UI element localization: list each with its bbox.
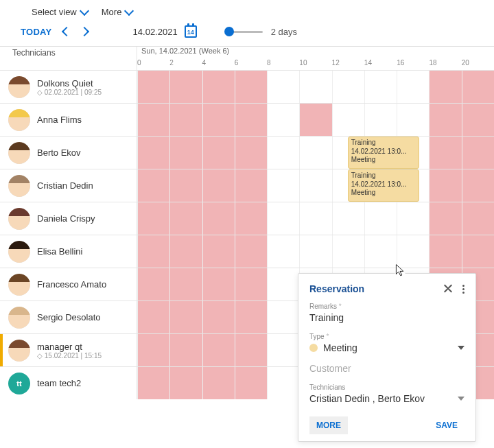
- today-button[interactable]: TODAY: [21, 27, 52, 37]
- customer-field[interactable]: Customer: [309, 363, 464, 374]
- reservation-event[interactable]: Training14.02.2021 13:0...Meeting: [348, 137, 419, 169]
- timeline-cell[interactable]: [364, 104, 397, 136]
- timeline-cell[interactable]: [202, 334, 235, 366]
- timeline-cell[interactable]: [235, 202, 267, 235]
- timeline-cell[interactable]: [299, 202, 331, 235]
- timeline-cell[interactable]: [137, 104, 169, 136]
- technician-cell[interactable]: Elisa Bellini: [0, 235, 137, 268]
- slider-thumb[interactable]: [224, 27, 234, 36]
- reservation-event[interactable]: Training14.02.2021 13:0...Meeting: [348, 169, 419, 202]
- calendar-icon[interactable]: 14: [185, 25, 197, 38]
- timeline-cell[interactable]: [364, 202, 397, 235]
- timeline-cell[interactable]: [202, 104, 235, 136]
- more-button[interactable]: MORE: [309, 416, 348, 434]
- timeline-cell[interactable]: [169, 104, 202, 136]
- timeline-cell[interactable]: [202, 268, 235, 300]
- timeline-cell[interactable]: [429, 104, 461, 136]
- timeline-cell[interactable]: [397, 104, 429, 136]
- timeline-row[interactable]: Training14.02.2021 13:0...Meeting: [137, 137, 494, 169]
- timeline-cell[interactable]: [332, 235, 364, 268]
- timeline-cell[interactable]: [137, 268, 169, 300]
- technician-cell[interactable]: ttteam tech2: [0, 367, 137, 399]
- timeline-cell[interactable]: [137, 301, 169, 333]
- timeline-cell[interactable]: [267, 367, 299, 399]
- timeline-cell[interactable]: [429, 71, 461, 103]
- timeline-cell[interactable]: [137, 202, 169, 235]
- timeline-cell[interactable]: [169, 235, 202, 268]
- timeline-cell[interactable]: [299, 235, 331, 268]
- timeline-cell[interactable]: [462, 104, 494, 136]
- timeline-cell[interactable]: [169, 202, 202, 235]
- timeline-cell[interactable]: [235, 104, 267, 136]
- timeline-cell[interactable]: [267, 169, 299, 202]
- type-field[interactable]: Type * Meeting: [309, 333, 464, 353]
- timeline-cell[interactable]: [267, 268, 299, 300]
- timeline-cell[interactable]: [169, 137, 202, 169]
- technician-cell[interactable]: Sergio Desolato: [0, 301, 137, 333]
- range-slider[interactable]: [228, 31, 263, 33]
- timeline-cell[interactable]: [462, 202, 494, 235]
- timeline-cell[interactable]: [397, 235, 429, 268]
- timeline-cell[interactable]: [397, 71, 429, 103]
- timeline-cell[interactable]: [299, 104, 331, 136]
- timeline-cell[interactable]: [235, 169, 267, 202]
- timeline-cell[interactable]: [299, 71, 331, 103]
- timeline-cell[interactable]: [137, 367, 169, 399]
- timeline-cell[interactable]: [299, 169, 331, 202]
- timeline-cell[interactable]: [429, 235, 461, 268]
- timeline-cell[interactable]: [462, 235, 494, 268]
- timeline-cell[interactable]: [235, 334, 267, 366]
- timeline-row[interactable]: [137, 104, 494, 136]
- timeline-cell[interactable]: [202, 137, 235, 169]
- timeline-cell[interactable]: [235, 235, 267, 268]
- next-arrow-icon[interactable]: [80, 27, 89, 36]
- technician-cell[interactable]: Anna Flims: [0, 104, 137, 136]
- timeline-cell[interactable]: [202, 169, 235, 202]
- technician-cell[interactable]: Cristian Dedin: [0, 169, 137, 202]
- timeline-row[interactable]: [137, 71, 494, 103]
- select-view-dropdown[interactable]: Select view: [32, 7, 88, 17]
- timeline-cell[interactable]: [429, 169, 461, 202]
- timeline-cell[interactable]: [299, 137, 331, 169]
- timeline-cell[interactable]: [235, 268, 267, 300]
- remarks-field[interactable]: Remarks * Training: [309, 303, 464, 323]
- save-button[interactable]: SAVE: [429, 416, 464, 434]
- technician-cell[interactable]: Berto Ekov: [0, 137, 137, 169]
- timeline-cell[interactable]: [202, 367, 235, 399]
- timeline-cell[interactable]: [397, 202, 429, 235]
- timeline-cell[interactable]: [462, 169, 494, 202]
- timeline-cell[interactable]: [267, 202, 299, 235]
- more-dropdown[interactable]: More: [102, 7, 133, 17]
- timeline-cell[interactable]: [235, 137, 267, 169]
- timeline-cell[interactable]: [202, 235, 235, 268]
- prev-arrow-icon[interactable]: [62, 27, 71, 36]
- timeline-cell[interactable]: [267, 334, 299, 366]
- timeline-cell[interactable]: [267, 104, 299, 136]
- timeline-cell[interactable]: [169, 71, 202, 103]
- close-icon[interactable]: [443, 284, 453, 294]
- timeline-cell[interactable]: [137, 137, 169, 169]
- timeline-row[interactable]: Training14.02.2021 13:0...Meeting: [137, 169, 494, 202]
- timeline-cell[interactable]: [267, 137, 299, 169]
- timeline-cell[interactable]: [169, 334, 202, 366]
- timeline-cell[interactable]: [137, 169, 169, 202]
- timeline-row[interactable]: [137, 235, 494, 268]
- timeline-cell[interactable]: [137, 71, 169, 103]
- timeline-row[interactable]: [137, 202, 494, 235]
- timeline-cell[interactable]: [332, 71, 364, 103]
- timeline-cell[interactable]: [169, 268, 202, 300]
- timeline-cell[interactable]: [429, 202, 461, 235]
- timeline-cell[interactable]: [202, 202, 235, 235]
- timeline-cell[interactable]: [137, 235, 169, 268]
- timeline-cell[interactable]: [462, 71, 494, 103]
- technician-cell[interactable]: Francesco Amato: [0, 268, 137, 300]
- timeline-cell[interactable]: [332, 104, 364, 136]
- timeline-cell[interactable]: [169, 367, 202, 399]
- timeline-cell[interactable]: [235, 367, 267, 399]
- timeline-cell[interactable]: [364, 235, 397, 268]
- timeline-cell[interactable]: [235, 301, 267, 333]
- timeline-cell[interactable]: [202, 301, 235, 333]
- timeline-cell[interactable]: [169, 169, 202, 202]
- timeline-cell[interactable]: [267, 301, 299, 333]
- timeline-cell[interactable]: [267, 235, 299, 268]
